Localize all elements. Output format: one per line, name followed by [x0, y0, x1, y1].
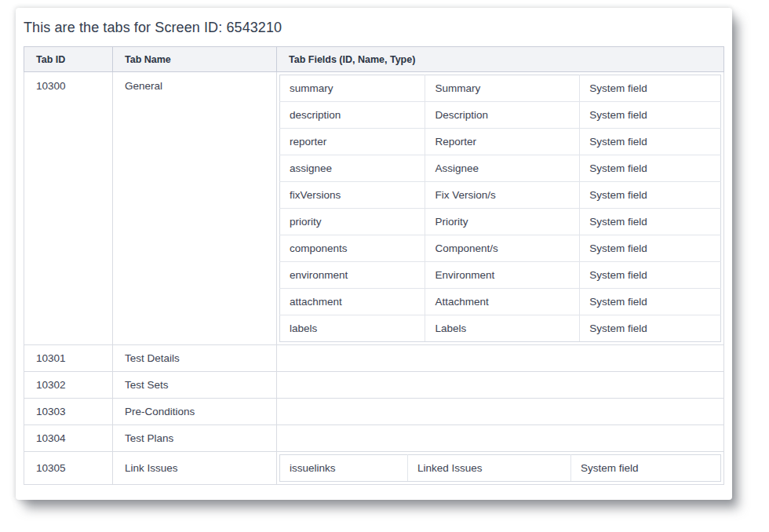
field-row: components Component/s System field — [280, 235, 721, 262]
table-row-pre-conditions: 10303 Pre-Conditions — [24, 399, 724, 425]
field-name-cell: Priority — [425, 209, 580, 235]
page-title: This are the tabs for Screen ID: 6543210 — [24, 8, 724, 46]
tab-id-cell: 10302 — [24, 372, 113, 399]
tab-id-cell: 10301 — [24, 345, 113, 372]
field-name-cell: Fix Version/s — [425, 182, 580, 209]
field-id-cell: components — [280, 235, 425, 262]
field-id-cell: summary — [280, 75, 425, 102]
field-id-cell: issuelinks — [280, 455, 408, 482]
table-row-link-issues: 10305 Link Issues issuelinks Linked Issu… — [24, 452, 724, 485]
field-type-cell: System field — [580, 235, 721, 262]
content-card: This are the tabs for Screen ID: 6543210… — [16, 8, 732, 500]
tab-id-cell: 10304 — [24, 425, 113, 452]
field-name-cell: Assignee — [425, 155, 580, 182]
table-row-general: 10300 General summary Summary System fie… — [24, 72, 724, 345]
field-row: labels Labels System field — [280, 315, 721, 342]
tab-id-cell: 10303 — [24, 399, 113, 425]
tab-name-cell: Test Plans — [113, 425, 277, 452]
field-row: environment Environment System field — [280, 262, 721, 289]
field-row: attachment Attachment System field — [280, 289, 721, 315]
field-row: assignee Assignee System field — [280, 155, 721, 182]
tab-name-cell: Link Issues — [113, 452, 277, 485]
column-header-tab-id: Tab ID — [24, 47, 113, 72]
tab-name-cell: Pre-Conditions — [113, 399, 277, 425]
field-id-cell: assignee — [280, 155, 425, 182]
tab-fields-cell-empty — [277, 425, 724, 452]
tab-fields-cell-empty — [277, 345, 724, 372]
field-name-cell: Description — [425, 102, 580, 129]
field-name-cell: Linked Issues — [407, 455, 570, 482]
field-type-cell: System field — [580, 155, 721, 182]
field-type-cell: System field — [580, 102, 721, 129]
tab-name-cell: General — [113, 72, 277, 345]
tab-id-cell: 10300 — [24, 72, 113, 345]
field-row: fixVersions Fix Version/s System field — [280, 182, 721, 209]
field-type-cell: System field — [580, 262, 721, 289]
field-row: reporter Reporter System field — [280, 129, 721, 155]
field-type-cell: System field — [580, 75, 721, 102]
field-row: issuelinks Linked Issues System field — [280, 455, 721, 482]
field-id-cell: description — [280, 102, 425, 129]
tab-name-cell: Test Sets — [113, 372, 277, 399]
field-name-cell: Component/s — [425, 235, 580, 262]
tab-fields-cell-empty — [277, 399, 724, 425]
field-name-cell: Summary — [425, 75, 580, 102]
field-row: priority Priority System field — [280, 209, 721, 235]
tab-fields-cell-empty — [277, 372, 724, 399]
tabs-table: Tab ID Tab Name Tab Fields (ID, Name, Ty… — [24, 46, 724, 485]
field-type-cell: System field — [580, 315, 721, 342]
field-type-cell: System field — [580, 129, 721, 155]
column-header-tab-name: Tab Name — [113, 47, 277, 72]
field-name-cell: Reporter — [425, 129, 580, 155]
field-type-cell: System field — [580, 182, 721, 209]
table-row-test-plans: 10304 Test Plans — [24, 425, 724, 452]
field-id-cell: attachment — [280, 289, 425, 315]
field-type-cell: System field — [580, 289, 721, 315]
field-id-cell: reporter — [280, 129, 425, 155]
field-name-cell: Environment — [425, 262, 580, 289]
field-id-cell: labels — [280, 315, 425, 342]
field-id-cell: fixVersions — [280, 182, 425, 209]
field-name-cell: Labels — [425, 315, 580, 342]
link-issues-fields-table: issuelinks Linked Issues System field — [279, 454, 721, 482]
table-row-test-details: 10301 Test Details — [24, 345, 724, 372]
field-name-cell: Attachment — [425, 289, 580, 315]
field-id-cell: priority — [280, 209, 425, 235]
field-row: summary Summary System field — [280, 75, 721, 102]
column-header-tab-fields: Tab Fields (ID, Name, Type) — [277, 47, 724, 72]
field-type-cell: System field — [580, 209, 721, 235]
tab-id-cell: 10305 — [24, 452, 113, 485]
field-row: description Description System field — [280, 102, 721, 129]
field-type-cell: System field — [570, 455, 720, 482]
tab-fields-cell: issuelinks Linked Issues System field — [277, 452, 724, 485]
table-header-row: Tab ID Tab Name Tab Fields (ID, Name, Ty… — [24, 47, 724, 72]
table-row-test-sets: 10302 Test Sets — [24, 372, 724, 399]
tab-name-cell: Test Details — [113, 345, 277, 372]
field-id-cell: environment — [280, 262, 425, 289]
tab-fields-cell: summary Summary System field description… — [277, 72, 724, 345]
general-fields-table: summary Summary System field description… — [279, 75, 721, 342]
